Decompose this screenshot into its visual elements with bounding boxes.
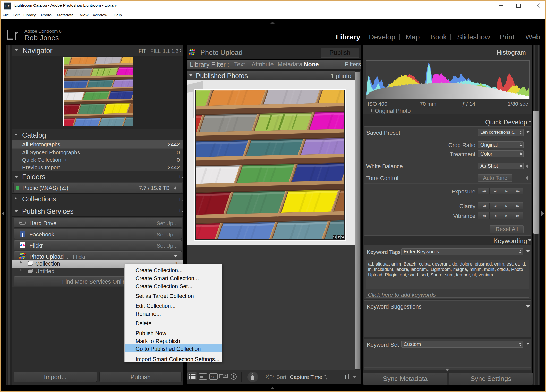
svg-text:XY: XY [211,375,215,378]
svg-text:Z: Z [268,377,269,380]
svg-text:): ) [272,374,274,378]
svg-text:(: ( [266,374,267,378]
